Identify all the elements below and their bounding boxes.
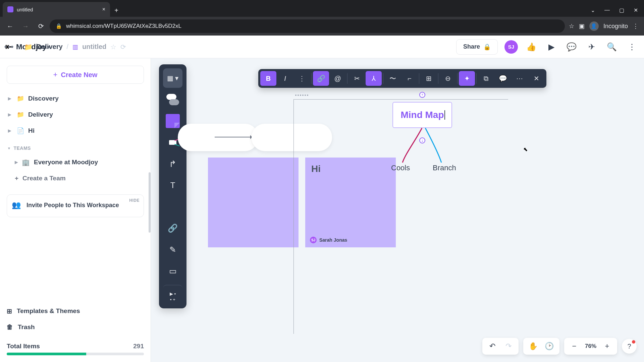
- sidebar-item-delivery[interactable]: ▶ 📁 Delivery: [5, 107, 146, 123]
- tool-shapes[interactable]: [163, 90, 182, 109]
- redo-button[interactable]: ↷: [500, 338, 517, 354]
- window-minimize-icon[interactable]: ―: [604, 7, 610, 13]
- mindmap-branch-1[interactable]: Cools: [391, 164, 410, 172]
- extensions-icon[interactable]: ▣: [579, 22, 585, 30]
- undo-button[interactable]: ↶: [484, 338, 500, 354]
- zoom-level[interactable]: 76%: [582, 343, 599, 350]
- bold-button[interactable]: B: [260, 71, 276, 86]
- team-everyone[interactable]: ▶ 🏢 Everyone at Moodjoy: [5, 154, 146, 170]
- browser-tab[interactable]: untitled ×: [3, 2, 110, 17]
- nav-reload-icon[interactable]: ⟳: [34, 19, 48, 33]
- tool-text[interactable]: T: [163, 176, 182, 195]
- tool-link[interactable]: 🔗: [163, 219, 182, 238]
- shape-pill-1[interactable]: [178, 124, 258, 151]
- teams-section-header[interactable]: ▼ TEAMS: [7, 145, 143, 151]
- nav-forward-icon[interactable]: →: [19, 19, 32, 33]
- share-button[interactable]: Share 🔒: [456, 39, 498, 55]
- canvas[interactable]: ▦ ▾ ↱ T 🔗 ✎ ▭ ▶ ▪▪ + B I ⋮ 🔗 @: [151, 58, 644, 362]
- caret-right-icon[interactable]: ▶: [8, 112, 13, 117]
- tool-pen[interactable]: ✎: [163, 240, 182, 259]
- sidebar-item-discovery[interactable]: ▶ 📁 Discovery: [5, 90, 146, 107]
- trash-link[interactable]: 🗑 Trash: [5, 319, 146, 335]
- history-icon[interactable]: 🕑: [541, 338, 557, 354]
- elbow-icon[interactable]: ⌐: [401, 71, 418, 86]
- breadcrumb: ••• / 📁 Delivery / ▥ untitled ☆ ⟳: [4, 43, 126, 51]
- link-button[interactable]: 🔗: [313, 71, 329, 86]
- help-button[interactable]: ?: [622, 339, 637, 354]
- view-group: ✋ 🕑: [523, 338, 559, 355]
- breadcrumb-more-icon[interactable]: •••: [4, 43, 14, 51]
- like-icon[interactable]: 👍: [525, 42, 538, 52]
- window-close-icon[interactable]: ✕: [634, 7, 638, 13]
- new-tab-button[interactable]: +: [110, 4, 123, 17]
- pan-hand-icon[interactable]: ✋: [525, 338, 541, 354]
- tab-search-icon[interactable]: ⌄: [591, 7, 595, 13]
- caret-right-icon[interactable]: ▶: [8, 96, 13, 101]
- sticky-note-2[interactable]: Hi SJ Sarah Jonas: [305, 158, 396, 247]
- more-icon[interactable]: ⋯: [512, 71, 528, 86]
- breadcrumb-parent[interactable]: Delivery: [37, 43, 63, 51]
- zoom-out-button[interactable]: −: [566, 338, 582, 354]
- sticky-note-1[interactable]: [208, 158, 299, 247]
- layout-tree-icon[interactable]: ⅄: [366, 71, 382, 86]
- table-icon[interactable]: ⊞: [421, 71, 437, 86]
- tool-frame[interactable]: ▭: [163, 261, 182, 281]
- present-icon[interactable]: ▶: [545, 42, 558, 52]
- create-new-button[interactable]: + Create New: [7, 66, 144, 84]
- italic-button[interactable]: I: [277, 71, 293, 86]
- tool-grid[interactable]: [163, 197, 182, 217]
- sidebar-scrollbar[interactable]: [149, 172, 151, 233]
- tidy-icon[interactable]: ⊖: [440, 71, 456, 86]
- selection-border: [293, 99, 294, 334]
- browser-menu-icon[interactable]: ⋮: [633, 22, 639, 30]
- shape-pill-2[interactable]: [252, 124, 332, 151]
- doc-title[interactable]: untitled: [82, 43, 106, 51]
- caret-right-icon[interactable]: ▶: [15, 160, 18, 165]
- user-avatar[interactable]: SJ: [504, 40, 518, 54]
- tab-close-icon[interactable]: ×: [102, 6, 105, 12]
- address-bar[interactable]: 🔒 whimsical.com/WTpU65WZAtXeZ3LBv5D2xL: [50, 19, 565, 33]
- total-items: Total Items 291: [7, 343, 144, 350]
- sidebar-item-label: Delivery: [28, 111, 53, 118]
- text-more-icon[interactable]: ⋮: [294, 71, 310, 86]
- mindmap-root-text[interactable]: Mind Map: [400, 110, 444, 120]
- node-anchor-top[interactable]: ⇡: [419, 92, 425, 98]
- sidebar-item-hi[interactable]: ▶ 📄 Hi: [5, 123, 146, 139]
- connector-arrow[interactable]: [215, 137, 252, 137]
- send-icon[interactable]: ✈: [585, 42, 598, 52]
- favorite-star-icon[interactable]: ☆: [110, 43, 116, 51]
- bookmark-star-icon[interactable]: ☆: [569, 22, 574, 30]
- comments-icon[interactable]: 💬: [565, 42, 578, 52]
- search-icon[interactable]: 🔍: [605, 42, 619, 52]
- selection-handle-icon[interactable]: [295, 95, 308, 96]
- invite-card[interactable]: HIDE 👥 Invite People to This Workspace: [7, 194, 144, 217]
- curve-icon[interactable]: 〜: [385, 71, 401, 86]
- window-maximize-icon[interactable]: ▢: [619, 7, 624, 13]
- zoom-in-button[interactable]: +: [599, 338, 615, 354]
- tool-connector[interactable]: ↱: [163, 154, 182, 174]
- sticky-note-text: Hi: [311, 164, 321, 174]
- caret-right-icon[interactable]: ▶: [8, 128, 13, 133]
- ai-sparkle-icon[interactable]: ✦: [459, 71, 475, 86]
- copy-icon[interactable]: ⧉: [478, 71, 494, 86]
- mindmap-root-node[interactable]: Mind Map: [392, 102, 452, 128]
- mention-button[interactable]: @: [330, 71, 346, 86]
- trash-icon: 🗑: [7, 323, 13, 331]
- tool-sticky-note[interactable]: [163, 111, 182, 131]
- mindmap-branch-2[interactable]: Branch: [433, 164, 456, 172]
- nav-back-icon[interactable]: ←: [3, 19, 17, 33]
- comment-icon[interactable]: 💬: [495, 71, 511, 86]
- tool-dock: ▦ ▾ ↱ T 🔗 ✎ ▭ ▶ ▪▪ +: [159, 64, 186, 308]
- board-icon: ▥: [72, 43, 78, 51]
- close-icon[interactable]: ✕: [528, 71, 544, 86]
- node-anchor-bottom[interactable]: ⇣: [419, 137, 425, 143]
- tool-more[interactable]: ▶ ▪▪ +: [163, 285, 182, 304]
- total-label: Total Items: [7, 343, 40, 350]
- create-team-button[interactable]: + Create a Team: [5, 170, 146, 186]
- tool-select[interactable]: ▦ ▾: [163, 68, 182, 88]
- breadcrumb-sep: /: [18, 43, 20, 51]
- cut-icon[interactable]: ✂: [349, 71, 365, 86]
- more-menu-icon[interactable]: ⋮: [625, 42, 639, 52]
- hide-button[interactable]: HIDE: [129, 198, 140, 203]
- templates-link[interactable]: ⊞ Templates & Themes: [5, 303, 146, 319]
